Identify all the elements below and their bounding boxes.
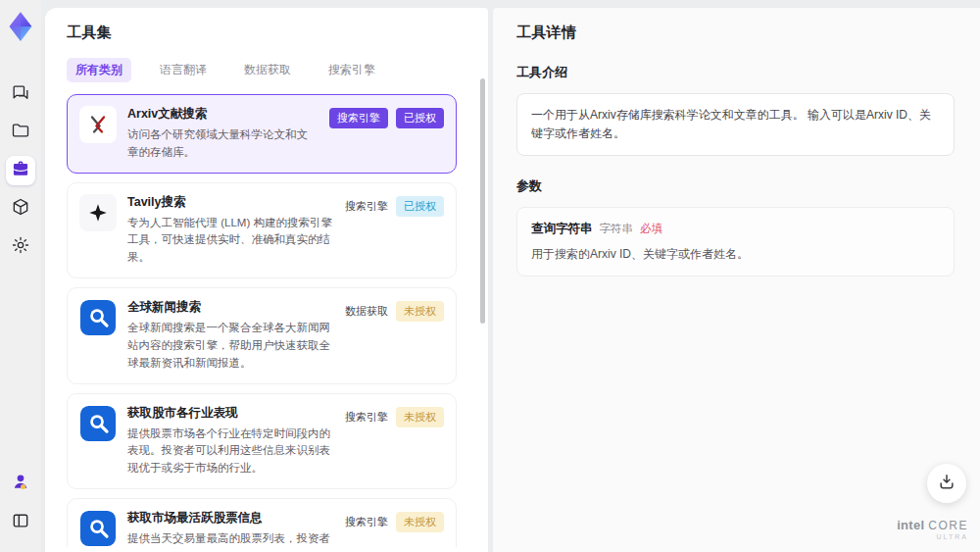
rail-item-cube[interactable] <box>6 194 35 224</box>
category-badge: 搜索引擎 <box>345 512 388 532</box>
params-heading: 参数 <box>516 177 955 195</box>
category-badge: 搜索引擎 <box>345 407 388 427</box>
param-card: 查询字符串 字符串 必填 用于搜索的Arxiv ID、关键字或作者姓名。 <box>516 207 955 276</box>
rail-item-panel-toggle[interactable] <box>6 508 35 537</box>
tool-card[interactable]: 获取市场最活跃股票信息 提供当天交易量最高的股票列表，投资者可以利用这些信息来识… <box>67 498 457 547</box>
param-type: 字符串 <box>600 222 634 236</box>
param-required-badge: 必填 <box>640 222 662 236</box>
auth-status-badge: 未授权 <box>396 301 444 322</box>
detail-title: 工具详情 <box>516 24 955 42</box>
category-badge: 数据获取 <box>345 301 388 322</box>
tool-card[interactable]: Arxiv文献搜索 访问各个研究领域大量科学论文和文章的存储库。 搜索引擎 已授… <box>67 94 457 174</box>
tool-name: 获取股市各行业表现 <box>127 405 334 422</box>
category-badge: 搜索引擎 <box>345 196 388 217</box>
tab-2[interactable]: 数据获取 <box>235 58 300 82</box>
main-area: 工具集 所有类别语言翻译数据获取搜索引擎 Arxiv文献搜索 访问各个研究领域大… <box>45 8 980 552</box>
auth-status-badge: 已授权 <box>396 108 444 128</box>
tool-name: 获取市场最活跃股票信息 <box>127 510 334 527</box>
param-description: 用于搜索的Arxiv ID、关键字或作者姓名。 <box>531 246 940 263</box>
param-name: 查询字符串 <box>531 221 593 237</box>
rail-item-gear[interactable] <box>6 232 35 262</box>
news-search-icon <box>79 299 117 336</box>
left-rail <box>0 0 41 552</box>
download-icon <box>937 472 956 495</box>
auth-status-badge: 未授权 <box>396 407 444 427</box>
tab-3[interactable]: 搜索引擎 <box>319 58 384 82</box>
tab-1[interactable]: 语言翻译 <box>151 58 216 82</box>
arxiv-logo-icon <box>79 106 117 143</box>
tool-description: 提供股票市场各个行业在特定时间段内的表现。投资者可以利用这些信息来识别表现优于或… <box>127 426 334 477</box>
toolset-panel: 工具集 所有类别语言翻译数据获取搜索引擎 Arxiv文献搜索 访问各个研究领域大… <box>45 8 488 552</box>
cube-icon <box>11 197 30 221</box>
tool-list: Arxiv文献搜索 访问各个研究领域大量科学论文和文章的存储库。 搜索引擎 已授… <box>67 94 470 547</box>
intro-text: 一个用于从Arxiv存储库搜索科学论文和文章的工具。 输入可以是Arxiv ID… <box>516 93 955 156</box>
tavily-star-icon <box>79 194 117 231</box>
tool-card[interactable]: 获取股市各行业表现 提供股票市场各个行业在特定时间段内的表现。投资者可以利用这些… <box>67 393 457 489</box>
tool-detail-panel: 工具详情 工具介绍 一个用于从Arxiv存储库搜索科学论文和文章的工具。 输入可… <box>493 8 980 552</box>
app-logo-icon <box>7 10 34 43</box>
list-scrollbar-thumb[interactable] <box>480 78 485 324</box>
tool-description: 专为人工智能代理 (LLM) 构建的搜索引擎工具，可快速提供实时、准确和真实的结… <box>127 215 334 267</box>
tool-description: 全球新闻搜索是一个聚合全球各大新闻网站内容的搜索引擎，帮助用户快速获取全球最新资… <box>127 320 334 372</box>
rail-item-briefcase[interactable] <box>6 156 35 185</box>
category-tabs: 所有类别语言翻译数据获取搜索引擎 <box>67 58 470 82</box>
toolset-title: 工具集 <box>67 24 470 42</box>
category-badge: 搜索引擎 <box>329 108 388 128</box>
auth-status-badge: 未授权 <box>396 512 444 532</box>
tool-card[interactable]: 全球新闻搜索 全球新闻搜索是一个聚合全球各大新闻网站内容的搜索引擎，帮助用户快速… <box>67 287 457 383</box>
tool-card[interactable]: Tavily搜索 专为人工智能代理 (LLM) 构建的搜索引擎工具，可快速提供实… <box>67 182 457 278</box>
intel-core-logo: intel CORE ULTRA <box>897 518 968 540</box>
rail-item-avatar[interactable] <box>6 469 35 498</box>
chat-icon <box>11 82 30 106</box>
briefcase-icon <box>11 159 30 182</box>
download-button[interactable] <box>927 464 966 503</box>
auth-status-badge: 已授权 <box>396 196 444 217</box>
avatar-icon <box>11 472 30 495</box>
tool-name: Tavily搜索 <box>127 194 334 211</box>
rail-item-chat[interactable] <box>6 79 35 109</box>
tool-description: 提供当天交易量最高的股票列表，投资者可以利用这些信息来识别流动性强的股票和潜在的… <box>127 530 334 547</box>
stock-search-icon <box>79 405 117 442</box>
tab-0[interactable]: 所有类别 <box>67 58 131 82</box>
gear-icon <box>11 235 30 259</box>
intro-heading: 工具介绍 <box>516 64 955 81</box>
panel-toggle-icon <box>11 511 30 534</box>
folder-icon <box>11 121 30 144</box>
tool-description: 访问各个研究领域大量科学论文和文章的存储库。 <box>127 126 318 162</box>
rail-item-folder[interactable] <box>6 118 35 147</box>
intel-ultra-label: ULTRA <box>897 533 968 540</box>
stock-search-icon <box>79 510 117 547</box>
tool-name: Arxiv文献搜索 <box>127 106 318 123</box>
tool-name: 全球新闻搜索 <box>127 299 334 316</box>
